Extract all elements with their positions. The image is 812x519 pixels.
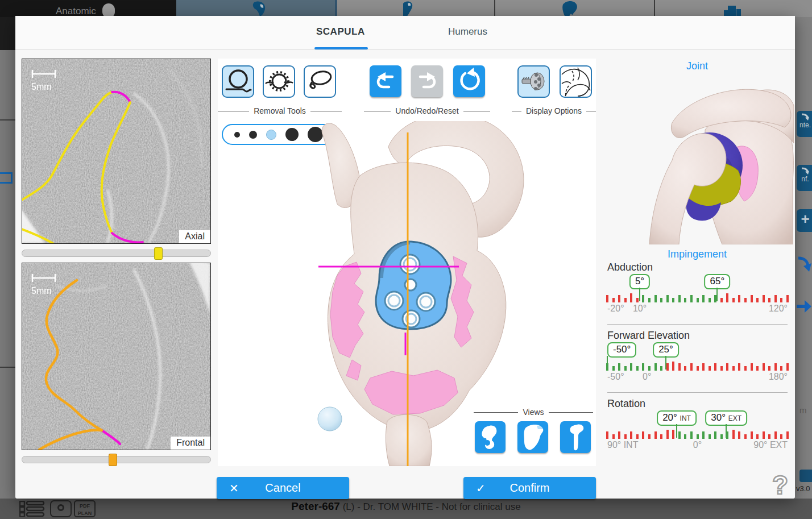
inf-view-button[interactable]: nf. [797, 165, 812, 191]
implant-icon [519, 67, 549, 97]
brush-removal-tool-button[interactable] [222, 65, 254, 98]
scale-tick [714, 363, 716, 371]
axial-slider-thumb[interactable] [154, 247, 163, 260]
scale-tick [714, 431, 716, 439]
brush-tool-icon [223, 67, 253, 97]
tab-humerus[interactable]: Humerus [448, 26, 487, 38]
impingement-badge: 65° [705, 274, 731, 289]
active-tab-underline [314, 47, 368, 49]
scale-tick [732, 298, 735, 302]
anterior-view-icon [517, 421, 548, 453]
lasso-removal-tool-button[interactable] [304, 65, 336, 98]
scale-tick [606, 295, 608, 302]
axial-ct-viewport[interactable]: 5mm Axial [22, 59, 211, 244]
left-rail-dark-header [0, 17, 15, 50]
add-button[interactable]: + [797, 209, 812, 232]
axis-label: 0° [643, 372, 651, 382]
anatomic-label: Anatomic [56, 6, 96, 17]
impingement-badge: 25° [653, 342, 679, 358]
undo-button[interactable] [370, 65, 401, 97]
scale-tick [720, 434, 723, 439]
scale-tick [744, 434, 747, 439]
scale-tick [648, 434, 651, 439]
scale-tick [630, 363, 632, 371]
scale-tick [636, 366, 639, 371]
scale-tick [672, 362, 674, 371]
scale-tick [624, 366, 627, 371]
help-button[interactable]: ? [766, 471, 794, 499]
straight-arrow-icon[interactable] [797, 300, 811, 313]
tool-sphere-cursor[interactable] [318, 407, 342, 431]
background-bottom-bar: PDF PLAN Peter-667 (L) - Dr. TOM WHITE -… [0, 499, 812, 519]
show-anatomy-option-button[interactable] [560, 65, 592, 98]
left-rail-selected-box[interactable] [0, 172, 13, 184]
scale-tick [780, 434, 782, 439]
scale-tick [678, 363, 681, 371]
axial-view-label: Axial [179, 230, 210, 243]
view-anterior-button[interactable] [517, 421, 548, 453]
scapula-tab-icon [247, 1, 270, 17]
impingement-section-name: Abduction [607, 261, 653, 273]
frontal-slice-slider[interactable] [22, 456, 211, 463]
scale-tick [702, 295, 705, 302]
lateral-view-icon [560, 421, 591, 453]
frontal-view-label: Frontal [171, 437, 210, 450]
reset-icon [453, 65, 485, 97]
scale-tick [648, 298, 651, 302]
marker-connector [676, 424, 677, 438]
scale-tick [763, 431, 765, 439]
frontal-ruler-label: 5mm [31, 286, 52, 296]
scale-tick [780, 298, 782, 302]
reset-button[interactable] [453, 65, 485, 97]
close-icon: ✕ [229, 481, 239, 495]
scale-tick [738, 431, 740, 439]
scale-tick [744, 298, 747, 302]
scale-tick [624, 298, 627, 302]
scraper-removal-tool-button[interactable] [263, 65, 295, 98]
scale-tick [751, 431, 753, 439]
confirm-button[interactable]: ✓ Confirm [463, 477, 596, 499]
scale-tick [642, 295, 644, 302]
axis-label: -50° [607, 372, 624, 382]
left-rail-divider [0, 367, 15, 368]
anatomy-outline-icon [561, 67, 591, 97]
scale-tick [690, 431, 693, 439]
scale-tick [630, 431, 632, 439]
ante-view-button[interactable]: nte. [797, 111, 812, 137]
check-icon: ✓ [476, 481, 486, 495]
scale-tick [756, 434, 759, 439]
scale-tick [672, 298, 674, 302]
scale-tick [726, 431, 728, 439]
axial-slice-slider[interactable] [22, 250, 211, 257]
impingement-badge: 20° INT [657, 410, 697, 426]
cancel-button[interactable]: ✕ Cancel [217, 477, 349, 499]
scale-tick [612, 434, 615, 439]
version-badge [799, 470, 812, 482]
scale-tick [672, 430, 674, 439]
frontal-slider-thumb[interactable] [109, 454, 117, 466]
top-tab-report-bg[interactable] [655, 0, 812, 17]
humerus-tab-icon [402, 1, 427, 17]
scale-tick [709, 366, 711, 371]
view-lateral-button[interactable] [560, 421, 591, 453]
rotate-arrow-icon[interactable] [797, 256, 811, 273]
tab-scapula[interactable]: SCAPULA [316, 26, 365, 38]
removal-tools-label: Removal Tools [218, 106, 342, 115]
scale-tick [642, 431, 644, 439]
top-tab-humerus-bg[interactable] [337, 0, 495, 17]
scale-tick [648, 366, 651, 371]
axis-label: 0° [693, 440, 702, 450]
scale-tick [654, 431, 657, 439]
scale-tick [780, 366, 782, 371]
view-superior-button[interactable] [475, 421, 506, 453]
scale-tick [756, 298, 759, 302]
frontal-ct-viewport[interactable]: 5mm Frontal [22, 263, 211, 450]
scale-tick [684, 298, 686, 302]
show-implant-option-button[interactable] [517, 65, 550, 98]
redo-button[interactable] [411, 65, 443, 97]
impingement-badge: 5° [629, 274, 650, 289]
redo-icon [411, 65, 443, 97]
scale-tick [684, 366, 686, 371]
top-tab-scapula-bg[interactable] [176, 0, 337, 17]
top-tab-joint-bg[interactable] [495, 0, 655, 17]
